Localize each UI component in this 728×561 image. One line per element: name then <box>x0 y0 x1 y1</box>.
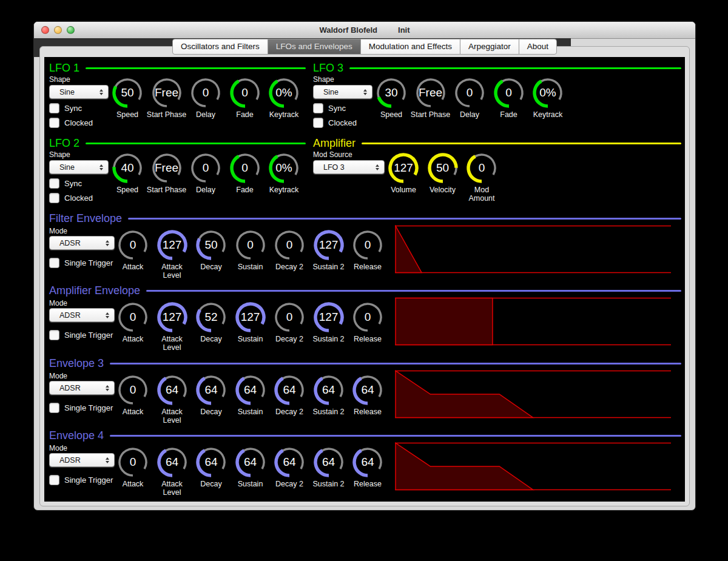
close-button[interactable] <box>41 26 49 34</box>
knob-decay-2[interactable]: 0Decay 2 <box>272 228 306 280</box>
single-trigger-checkbox-row[interactable]: Single Trigger <box>49 403 113 413</box>
knob-dial: 64 <box>155 445 189 479</box>
knob-value: 0 <box>492 76 526 110</box>
section-header: LFO 3 <box>313 61 681 75</box>
knob-sustain-2[interactable]: 127Sustain 2 <box>312 300 346 352</box>
knob-velocity[interactable]: 50Velocity <box>426 151 460 203</box>
knob-decay[interactable]: 64Decay <box>194 373 228 425</box>
knob-decay[interactable]: 50Decay <box>194 228 228 280</box>
knob-release[interactable]: 64Release <box>351 373 385 425</box>
knob-label: Fade <box>500 110 517 119</box>
single-trigger-checkbox-row[interactable]: Single Trigger <box>49 258 113 268</box>
shape-label: Shape <box>313 75 334 84</box>
mod-source-select[interactable]: LFO 3 <box>313 160 385 174</box>
mode-select[interactable]: ADSR <box>49 308 115 322</box>
knob-dial: 0 <box>492 76 526 110</box>
knob-decay-2[interactable]: 0Decay 2 <box>272 300 306 352</box>
knob-attack[interactable]: 0Attack <box>116 300 150 352</box>
knob-attack-level[interactable]: 127Attack Level <box>155 228 189 280</box>
knob-dial: 64 <box>155 373 189 407</box>
knob-fade[interactable]: 0Fade <box>492 76 526 119</box>
knob-decay-2[interactable]: 64Decay 2 <box>272 373 306 425</box>
titlebar[interactable]: Waldorf Blofeld Init <box>34 22 695 39</box>
knob-dial: 0 <box>272 300 306 334</box>
knob-sustain[interactable]: 0Sustain <box>234 228 268 280</box>
clocked-checkbox[interactable] <box>313 118 323 128</box>
knob-sustain[interactable]: 64Sustain <box>234 445 268 497</box>
knob-value: 0 <box>116 228 150 262</box>
knob-release[interactable]: 0Release <box>351 228 385 280</box>
knob-keytrack[interactable]: 0%Keytrack <box>531 76 565 119</box>
dropdown-stepper-icon <box>102 457 114 463</box>
mod-source-label: Mod Source <box>313 150 352 159</box>
knob-label: Sustain 2 <box>312 263 344 271</box>
single-trigger-checkbox-row[interactable]: Single Trigger <box>49 475 113 485</box>
knob-attack-level[interactable]: 127Attack Level <box>155 300 189 352</box>
window-title: Waldorf Blofeld <box>319 25 377 35</box>
knob-attack-level[interactable]: 64Attack Level <box>155 445 189 497</box>
selected-option: ADSR <box>50 311 102 320</box>
knob-sustain-2[interactable]: 64Sustain 2 <box>312 445 346 497</box>
clocked-checkbox-row[interactable]: Clocked <box>313 118 357 128</box>
knob-label: Velocity <box>430 186 456 194</box>
knob-speed[interactable]: 30Speed <box>374 76 408 119</box>
tab-about[interactable]: About <box>519 39 557 55</box>
knob-label: Sustain <box>238 263 263 271</box>
knob-attack-level[interactable]: 64Attack Level <box>155 373 189 425</box>
app-window: Waldorf Blofeld Init LFO 1ShapeSineSyncC… <box>33 21 696 511</box>
sync-checkbox-row[interactable]: Sync <box>313 103 346 113</box>
minimize-button[interactable] <box>54 26 62 34</box>
envelope-graph <box>395 442 671 493</box>
single-trigger-checkbox-row[interactable]: Single Trigger <box>49 330 113 340</box>
knob-value: 64 <box>155 445 189 479</box>
knob-value: 0 <box>116 373 150 407</box>
knob-delay[interactable]: 0Delay <box>453 76 487 119</box>
single-trigger-checkbox[interactable] <box>49 258 59 268</box>
single-trigger-checkbox[interactable] <box>49 475 59 485</box>
tab-lfos-and-envelopes[interactable]: LFOs and Envelopes <box>268 39 361 55</box>
mode-select[interactable]: ADSR <box>49 381 115 395</box>
single-trigger-checkbox-label: Single Trigger <box>64 475 113 485</box>
section-envelope-3: Envelope 3ModeADSRSingle Trigger0Attack6… <box>44 357 685 429</box>
knob-start-phase[interactable]: FreeStart Phase <box>414 76 448 119</box>
section-envelope-4: Envelope 4ModeADSRSingle Trigger0Attack6… <box>44 429 685 502</box>
knob-decay[interactable]: 64Decay <box>194 445 228 497</box>
single-trigger-checkbox[interactable] <box>49 330 59 340</box>
sync-checkbox[interactable] <box>313 103 323 113</box>
knob-value: 0 <box>116 445 150 479</box>
knob-volume[interactable]: 127Volume <box>386 151 420 203</box>
knob-mod-amount[interactable]: 0Mod Amount <box>465 151 499 203</box>
knob-decay[interactable]: 52Decay <box>194 300 228 352</box>
knob-sustain-2[interactable]: 64Sustain 2 <box>312 373 346 425</box>
knob-sustain[interactable]: 127Sustain <box>234 300 268 352</box>
knob-attack[interactable]: 0Attack <box>116 445 150 497</box>
tab-modulation-and-effects[interactable]: Modulation and Effects <box>360 39 460 55</box>
section-divider-line <box>362 143 681 144</box>
knob-sustain[interactable]: 64Sustain <box>234 373 268 425</box>
knob-release[interactable]: 64Release <box>351 445 385 497</box>
mode-select[interactable]: ADSR <box>49 453 115 467</box>
knob-label: Decay 2 <box>275 263 303 271</box>
knob-value: 0 <box>453 76 487 110</box>
mode-select[interactable]: ADSR <box>49 236 115 250</box>
knob-dial: 0 <box>116 373 150 407</box>
tab-oscillators-and-filters[interactable]: Oscillators and Filters <box>172 39 268 55</box>
clocked-checkbox-label: Clocked <box>328 118 357 127</box>
knob-release[interactable]: 0Release <box>351 300 385 352</box>
knob-dial: 0 <box>116 300 150 334</box>
shape-select[interactable]: Sine <box>313 85 372 99</box>
zoom-button[interactable] <box>67 26 75 34</box>
knob-attack[interactable]: 0Attack <box>116 373 150 425</box>
section-filter-envelope: Filter EnvelopeModeADSRSingle Trigger0At… <box>44 212 685 284</box>
knob-sustain-2[interactable]: 127Sustain 2 <box>312 228 346 280</box>
single-trigger-checkbox[interactable] <box>49 403 59 413</box>
knob-decay-2[interactable]: 64Decay 2 <box>272 445 306 497</box>
section-title: Amplifier <box>313 137 356 150</box>
knob-value: 64 <box>312 373 346 407</box>
tab-arpeggiator[interactable]: Arpeggiator <box>460 39 519 55</box>
knob-label: Release <box>354 263 382 271</box>
mode-label: Mode <box>49 372 67 380</box>
knob-value: 64 <box>272 373 306 407</box>
knob-dial: 0 <box>116 228 150 262</box>
knob-attack[interactable]: 0Attack <box>116 228 150 280</box>
